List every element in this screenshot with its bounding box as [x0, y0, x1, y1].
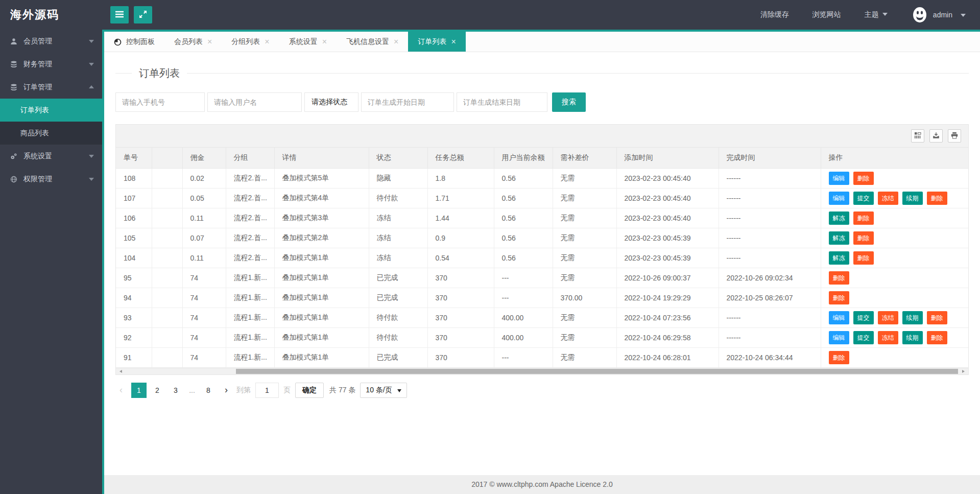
status-select[interactable]: 请选择状态	[304, 92, 358, 112]
freeze-button[interactable]: 冻结	[878, 311, 898, 324]
submit-button[interactable]: 提交	[853, 331, 874, 344]
tab-order-list[interactable]: 订单列表×	[408, 32, 465, 52]
fullscreen-button[interactable]	[134, 6, 152, 23]
sidebar-submenu: 订单列表商品列表	[0, 99, 102, 145]
next-page-button[interactable]: ›	[221, 385, 232, 395]
chevron-down-icon	[89, 40, 94, 45]
topbar: 清除缓存浏览网站 主题 admin	[102, 0, 980, 30]
delete-button[interactable]: 删除	[829, 291, 849, 304]
close-icon[interactable]: ×	[451, 38, 456, 46]
submit-button[interactable]: 提交	[853, 311, 874, 324]
tab-system-settings[interactable]: 系统设置×	[279, 32, 337, 52]
tab-member-list[interactable]: 会员列表×	[164, 32, 222, 52]
sidebar-item-permissions[interactable]: 权限管理	[0, 168, 102, 191]
scrollbar-thumb[interactable]	[236, 369, 958, 374]
prev-page-button[interactable]: ‹	[115, 385, 127, 395]
freeze-button[interactable]: 冻结	[878, 192, 898, 205]
clear-cache-link[interactable]: 清除缓存	[760, 10, 789, 19]
chevron-down-icon	[397, 389, 401, 394]
export-button[interactable]	[929, 129, 943, 143]
per-page-select[interactable]: 10 条/页	[360, 383, 407, 398]
submit-button[interactable]: 提交	[853, 192, 874, 205]
unfreeze-button[interactable]: 解冻	[829, 251, 849, 265]
cell-commission: 74	[182, 308, 226, 327]
cell-status: 已完成	[369, 268, 427, 288]
close-icon[interactable]: ×	[265, 38, 269, 46]
scroll-right-icon[interactable]	[962, 370, 966, 373]
phone-input[interactable]	[115, 92, 205, 112]
renew-button[interactable]: 续期	[902, 192, 923, 205]
cell-actions: 删除	[821, 347, 968, 367]
total-count: 共 77 条	[329, 386, 355, 395]
cell-total: 370	[427, 268, 494, 288]
edit-button[interactable]: 编辑	[829, 192, 849, 205]
page-title-block: 订单列表	[115, 66, 969, 80]
legend-line	[187, 73, 969, 74]
cell-total: 370	[427, 308, 494, 327]
cell-diff: 无需	[553, 168, 616, 188]
cell-id: 91	[116, 347, 152, 367]
page-button-8[interactable]: 8	[201, 383, 216, 398]
table-row: 9474流程1.新...叠加模式第1单已完成370---370.002022-1…	[116, 288, 968, 308]
sidebar-item-members[interactable]: 会员管理	[0, 30, 102, 53]
unfreeze-button[interactable]: 解冻	[829, 211, 849, 225]
cell-status: 待付款	[369, 308, 427, 327]
user-menu[interactable]: admin	[911, 6, 966, 23]
print-button[interactable]	[948, 129, 961, 143]
delete-button[interactable]: 删除	[853, 231, 874, 245]
cell-id: 106	[116, 208, 152, 228]
cell-completed: ------	[719, 208, 821, 228]
renew-button[interactable]: 续期	[902, 331, 923, 344]
confirm-button[interactable]: 确定	[295, 383, 324, 398]
close-icon[interactable]: ×	[394, 38, 398, 46]
edit-button[interactable]: 编辑	[829, 172, 849, 185]
renew-button[interactable]: 续期	[902, 311, 923, 324]
unfreeze-button[interactable]: 解冻	[829, 231, 849, 245]
delete-button[interactable]: 删除	[927, 331, 947, 344]
search-button[interactable]: 搜索	[552, 92, 586, 112]
username-input[interactable]	[207, 92, 302, 112]
delete-button[interactable]: 删除	[829, 271, 849, 285]
delete-button[interactable]: 删除	[829, 351, 849, 364]
start-date-input[interactable]	[361, 92, 454, 112]
sidebar-item-label: 系统设置	[23, 152, 52, 161]
sidebar-item-system[interactable]: 系统设置	[0, 145, 102, 168]
page-button-1[interactable]: 1	[131, 383, 147, 398]
page-button-3[interactable]: 3	[168, 383, 183, 398]
table-header-row: 单号佣金分组详情状态任务总额用户当前余额需补差价添加时间完成时间操作	[116, 148, 968, 168]
close-icon[interactable]: ×	[322, 38, 327, 46]
cell-status: 已完成	[369, 347, 427, 367]
cell-added: 2023-02-23 00:45:40	[616, 188, 719, 208]
delete-button[interactable]: 删除	[853, 172, 874, 185]
delete-button[interactable]: 删除	[927, 311, 947, 324]
menu-toggle-button[interactable]	[110, 6, 129, 23]
jump-page-input[interactable]	[255, 383, 279, 398]
close-icon[interactable]: ×	[207, 38, 212, 46]
cell-status: 冻结	[369, 208, 427, 228]
cell-actions: 编辑提交冻结续期删除	[821, 188, 968, 208]
delete-button[interactable]: 删除	[853, 251, 874, 265]
sidebar-item-orders[interactable]: 订单管理	[0, 76, 102, 99]
cell-diff: 无需	[553, 347, 616, 367]
end-date-input[interactable]	[457, 92, 547, 112]
delete-button[interactable]: 删除	[853, 211, 874, 225]
edit-button[interactable]: 编辑	[829, 331, 849, 344]
page-button-2[interactable]: 2	[150, 383, 165, 398]
browse-site-link[interactable]: 浏览网站	[812, 10, 841, 19]
tab-plane-info[interactable]: 飞机信息设置×	[337, 32, 408, 52]
edit-button[interactable]: 编辑	[829, 311, 849, 324]
tabbar: 控制面板会员列表×分组列表×系统设置×飞机信息设置×订单列表×	[104, 32, 980, 52]
tab-group-list[interactable]: 分组列表×	[222, 32, 279, 52]
sidebar-subitem-product-list[interactable]: 商品列表	[0, 122, 102, 145]
chevron-down-icon	[961, 14, 966, 19]
scroll-left-icon[interactable]	[118, 370, 122, 373]
page-list: 123...8	[131, 383, 216, 398]
sidebar-subitem-order-list[interactable]: 订单列表	[0, 99, 102, 122]
tab-dashboard[interactable]: 控制面板	[104, 32, 164, 52]
theme-menu[interactable]: 主题	[865, 10, 888, 19]
freeze-button[interactable]: 冻结	[878, 331, 898, 344]
delete-button[interactable]: 删除	[927, 192, 947, 205]
sidebar-item-finance[interactable]: 财务管理	[0, 53, 102, 76]
horizontal-scrollbar[interactable]	[116, 368, 968, 374]
filter-columns-button[interactable]	[911, 129, 924, 143]
